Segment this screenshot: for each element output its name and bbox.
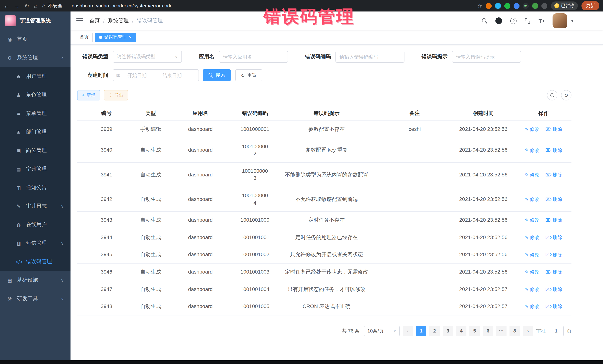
table-row[interactable]: 3945 自动生成 dashboard 1001001002 只允许修改为开启或…	[77, 246, 571, 263]
app-name-input[interactable]	[219, 51, 288, 63]
security-chip[interactable]: ⚠ 不安全	[42, 2, 62, 9]
page-button[interactable]: 2	[429, 326, 440, 336]
delete-button[interactable]: ⌦ 删除	[545, 217, 562, 224]
table-row[interactable]: 3940 自动生成 dashboard 100100000 2 参数配置 key…	[77, 138, 571, 162]
edit-button[interactable]: ✎ 修改	[525, 269, 539, 276]
page-button[interactable]: ···	[496, 326, 507, 336]
sidebar-item[interactable]: </> 错误码管理	[0, 253, 70, 271]
edit-button[interactable]: ✎ 修改	[525, 126, 539, 133]
search-button[interactable]: 搜索	[203, 69, 231, 81]
sidebar-item[interactable]: ◉ 首页	[0, 30, 70, 49]
add-button[interactable]: + 新增	[77, 90, 100, 100]
table-row[interactable]: 3942 自动生成 dashboard 100100000 4 不允许获取敏感配…	[77, 187, 571, 211]
sidebar-item[interactable]: ⊞ 部门管理	[0, 123, 70, 141]
delete-button[interactable]: ⌦ 删除	[545, 303, 562, 310]
github-icon[interactable]	[495, 17, 502, 24]
page-button[interactable]: 3	[443, 326, 453, 336]
sidebar-item[interactable]: ▦ 基础设施 ∨	[0, 271, 70, 289]
sidebar-item[interactable]: ▤ 字典管理	[0, 160, 70, 178]
app-logo[interactable]: 芋道管理系统	[0, 11, 70, 30]
edit-button[interactable]: ✎ 修改	[525, 286, 539, 293]
delete-button[interactable]: ⌦ 删除	[545, 286, 562, 293]
reset-button[interactable]: ↻ 重置	[235, 69, 262, 81]
sidebar-item[interactable]: ⚒ 研发工具 ∨	[0, 289, 70, 308]
delete-button[interactable]: ⌦ 删除	[545, 147, 562, 154]
reload-icon[interactable]: ↻	[24, 2, 29, 9]
font-size-icon[interactable]: T T	[538, 18, 545, 24]
back-icon[interactable]: ←	[4, 3, 9, 9]
edit-button[interactable]: ✎ 修改	[525, 172, 539, 178]
breadcrumb-item[interactable]: 系统管理 /	[108, 17, 137, 24]
page-button[interactable]: 1	[416, 326, 426, 336]
page-button[interactable]: 4	[456, 326, 466, 336]
update-button[interactable]: 更新	[581, 1, 599, 10]
table-row[interactable]: 3946 自动生成 dashboard 1001001003 定时任务已经处于该…	[77, 263, 571, 281]
error-type-select[interactable]: 请选择错误码类型 ∨	[113, 51, 182, 63]
edit-button[interactable]: ✎ 修改	[525, 303, 539, 310]
search-icon[interactable]	[482, 18, 487, 23]
end-date-input[interactable]	[157, 72, 187, 78]
help-icon[interactable]: ?	[510, 18, 517, 24]
next-page-button[interactable]: ›	[523, 326, 533, 336]
avatar[interactable]	[553, 13, 568, 28]
error-code-input[interactable]	[336, 51, 405, 63]
delete-button[interactable]: ⌦ 删除	[545, 196, 562, 203]
table-row[interactable]: 3941 自动生成 dashboard 100100000 3 不能删除类型为系…	[77, 163, 571, 187]
page-button[interactable]: 5	[469, 326, 480, 336]
edit-button[interactable]: ✎ 修改	[525, 196, 539, 203]
refresh-table-button[interactable]: ↻	[561, 90, 571, 100]
paused-badge[interactable]: 已暂停	[551, 1, 578, 10]
close-icon[interactable]: ×	[129, 35, 132, 40]
table-row[interactable]: 3943 自动生成 dashboard 1001001000 定时任务不存在 2…	[77, 211, 571, 229]
bookmark-star-icon[interactable]: ☆	[477, 3, 482, 9]
goto-page-input[interactable]	[549, 326, 564, 336]
edit-button[interactable]: ✎ 修改	[525, 234, 539, 241]
home-icon[interactable]: ⌂	[34, 3, 37, 9]
sidebar-item[interactable]: ♟ 角色管理	[0, 86, 70, 104]
extension-5[interactable]: on	[523, 3, 529, 9]
delete-button[interactable]: ⌦ 删除	[545, 252, 562, 258]
fullscreen-icon[interactable]	[525, 18, 530, 23]
table-row[interactable]: 3939 手动编辑 dashboard 1001000001 参数配置不存在 c…	[77, 121, 571, 138]
delete-button[interactable]: ⌦ 删除	[545, 234, 562, 241]
tab[interactable]: 首页 ×	[76, 33, 93, 42]
extension-1[interactable]	[486, 3, 492, 9]
sidebar-item[interactable]: ◍ 在线用户	[0, 215, 70, 234]
breadcrumb-item[interactable]: 首页 /	[89, 17, 108, 24]
extension-7[interactable]	[541, 3, 547, 9]
forward-icon[interactable]: →	[14, 3, 20, 9]
tab[interactable]: 错误码管理 ×	[95, 33, 136, 42]
extension-6[interactable]	[532, 3, 538, 9]
sidebar-toggle-icon[interactable]	[76, 18, 83, 23]
error-message-input[interactable]	[452, 51, 521, 63]
export-button[interactable]: ⇩ 导出	[104, 90, 128, 100]
toggle-search-button[interactable]	[547, 90, 557, 100]
page-button[interactable]: 6	[483, 326, 493, 336]
delete-button[interactable]: ⌦ 删除	[545, 126, 562, 133]
table-row[interactable]: 3947 自动生成 dashboard 1001001004 只有开启状态的任务…	[77, 281, 571, 298]
table-row[interactable]: 3948 自动生成 dashboard 1001001005 CRON 表达式不…	[77, 298, 571, 315]
delete-button[interactable]: ⌦ 删除	[545, 269, 562, 276]
prev-page-button[interactable]: ‹	[403, 326, 413, 336]
extension-3[interactable]	[504, 3, 510, 9]
table-row[interactable]: 3944 自动生成 dashboard 1001001001 定时任务的处理器已…	[77, 229, 571, 246]
page-size-select[interactable]: 10条/页 ∨	[364, 326, 400, 336]
breadcrumb-item[interactable]: 错误码管理 /	[137, 17, 163, 24]
date-range-picker[interactable]: ▦ -	[113, 69, 199, 81]
address-bar[interactable]: dashboard.yudao.iocoder.cn/system/error-…	[72, 3, 173, 9]
page-button[interactable]: 8	[510, 326, 520, 336]
sidebar-item[interactable]: ▣ 岗位管理	[0, 141, 70, 160]
edit-button[interactable]: ✎ 修改	[525, 252, 539, 258]
sidebar-item[interactable]: ▥ 短信管理 ∨	[0, 234, 70, 253]
extension-4[interactable]	[514, 3, 520, 9]
sidebar-item[interactable]: ◫ 通知公告	[0, 178, 70, 197]
sidebar-item[interactable]: ☻ 用户管理	[0, 67, 70, 86]
chevron-down-icon[interactable]: ▾	[571, 18, 573, 23]
sidebar-item[interactable]: ✎ 审计日志 ∨	[0, 197, 70, 215]
delete-button[interactable]: ⌦ 删除	[545, 172, 562, 178]
extension-2[interactable]	[495, 3, 501, 9]
sidebar-item[interactable]: ⚙ 系统管理 ∧	[0, 49, 70, 67]
sidebar-item[interactable]: ≡ 菜单管理	[0, 104, 70, 123]
start-date-input[interactable]	[122, 72, 152, 78]
edit-button[interactable]: ✎ 修改	[525, 217, 539, 224]
